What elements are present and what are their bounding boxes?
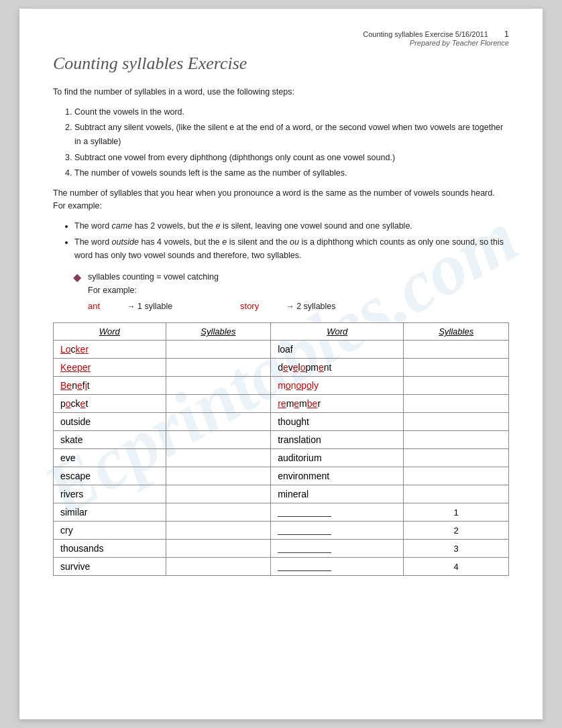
- word-blank-1: [271, 503, 404, 522]
- word-eve: eve: [54, 449, 166, 467]
- syl-cry: [166, 522, 271, 540]
- word-escape: escape: [54, 467, 166, 485]
- word-mineral: mineral: [271, 485, 404, 503]
- word-thousands: thousands: [54, 540, 166, 558]
- paragraph: The number of syllables that you hear wh…: [53, 187, 509, 213]
- diamond-icon: ◆: [73, 271, 81, 284]
- word-locker: Locker: [54, 341, 166, 359]
- syl-monopoly: [404, 377, 509, 395]
- diamond-text: syllables counting = vowel catching: [88, 270, 336, 284]
- word-auditorium: auditorium: [271, 449, 404, 467]
- word-blank-3: [271, 540, 404, 558]
- table-row: rivers mineral: [54, 485, 509, 503]
- step-4: The number of vowels sounds left is the …: [74, 166, 509, 180]
- bullet-list: The word came has 2 vowels, but the e is…: [74, 219, 509, 262]
- syl-locker: [166, 341, 271, 359]
- table-row: eve auditorium: [54, 449, 509, 467]
- bullet-1: The word came has 2 vowels, but the e is…: [74, 219, 509, 233]
- header: Counting syllables Exercise 5/16/2011 1 …: [53, 29, 509, 47]
- syl-auditorium: [404, 449, 509, 467]
- word-development: development: [271, 359, 404, 377]
- syl-blank-1: 1: [404, 503, 509, 522]
- syl-blank-3: 3: [404, 540, 509, 558]
- syllables-table: Word Syllables Word Syllables Locker loa…: [53, 322, 509, 576]
- syl-similar: [166, 503, 271, 522]
- syl-escape: [166, 467, 271, 485]
- syl-loaf: [404, 341, 509, 359]
- word-monopoly: monopoly: [271, 377, 404, 395]
- syl-survive: [166, 558, 271, 576]
- syl-benefit: [166, 377, 271, 395]
- syl-thought: [404, 413, 509, 431]
- step-1: Count the vowels in the word.: [74, 105, 509, 119]
- example1-arrow: → 1 syllable: [127, 300, 172, 313]
- table-row: thousands 3: [54, 540, 509, 558]
- word-remember: remember: [271, 395, 404, 413]
- word-environment: environment: [271, 467, 404, 485]
- syl-outside: [166, 413, 271, 431]
- table-header-row: Word Syllables Word Syllables: [54, 323, 509, 341]
- table-row: similar 1: [54, 503, 509, 522]
- syl-eve: [166, 449, 271, 467]
- syl-development: [404, 359, 509, 377]
- col-header-word1: Word: [54, 323, 166, 341]
- for-example-label: For example:: [88, 284, 336, 297]
- page-title: Counting syllables Exercise: [53, 54, 509, 74]
- word-skate: skate: [54, 431, 166, 449]
- col-header-word2: Word: [271, 323, 404, 341]
- syl-remember: [404, 395, 509, 413]
- example1-word: ant: [88, 300, 100, 314]
- syl-pocket: [166, 395, 271, 413]
- word-loaf: loaf: [271, 341, 404, 359]
- table-row: outside thought: [54, 413, 509, 431]
- syl-blank-4: 4: [404, 558, 509, 576]
- word-outside: outside: [54, 413, 166, 431]
- word-thought: thought: [271, 413, 404, 431]
- table-row: cry 2: [54, 522, 509, 540]
- col-header-syl2: Syllables: [404, 323, 509, 341]
- word-cry: cry: [54, 522, 166, 540]
- word-translation: translation: [271, 431, 404, 449]
- step-2: Subtract any silent vowels, (like the si…: [74, 121, 509, 149]
- word-benefit: Benefit: [54, 377, 166, 395]
- intro-text: To find the number of syllables in a wor…: [53, 86, 509, 99]
- example-row: ant → 1 syllable story → 2 syllables: [88, 300, 336, 314]
- col-header-syl1: Syllables: [166, 323, 271, 341]
- table-row: Keeper development: [54, 359, 509, 377]
- syl-blank-2: 2: [404, 522, 509, 540]
- syl-environment: [404, 467, 509, 485]
- highlight-box: ◆ syllables counting = vowel catching Fo…: [73, 270, 509, 314]
- page-number: 1: [504, 29, 509, 39]
- table-row: survive 4: [54, 558, 509, 576]
- word-survive: survive: [54, 558, 166, 576]
- word-similar: similar: [54, 503, 166, 522]
- header-subtitle: Prepared by Teacher Florence: [363, 39, 509, 47]
- syl-mineral: [404, 485, 509, 503]
- word-blank-4: [271, 558, 404, 576]
- example2-word: story: [240, 300, 259, 314]
- table-row: escape environment: [54, 467, 509, 485]
- syl-skate: [166, 431, 271, 449]
- word-keeper: Keeper: [54, 359, 166, 377]
- header-title: Counting syllables Exercise 5/16/2011: [363, 30, 488, 38]
- table-row: skate translation: [54, 431, 509, 449]
- syl-rivers: [166, 485, 271, 503]
- table-row: pocket remember: [54, 395, 509, 413]
- table-row: Benefit monopoly: [54, 377, 509, 395]
- syl-keeper: [166, 359, 271, 377]
- word-pocket: pocket: [54, 395, 166, 413]
- bullet-2: The word outside has 4 vowels, but the e…: [74, 235, 509, 262]
- word-rivers: rivers: [54, 485, 166, 503]
- word-blank-2: [271, 522, 404, 540]
- syl-translation: [404, 431, 509, 449]
- step-3: Subtract one vowel from every diphthong …: [74, 151, 509, 165]
- syl-thousands: [166, 540, 271, 558]
- table-row: Locker loaf: [54, 341, 509, 359]
- example2-arrow: → 2 syllables: [286, 300, 335, 313]
- steps-list: Count the vowels in the word. Subtract a…: [74, 105, 509, 180]
